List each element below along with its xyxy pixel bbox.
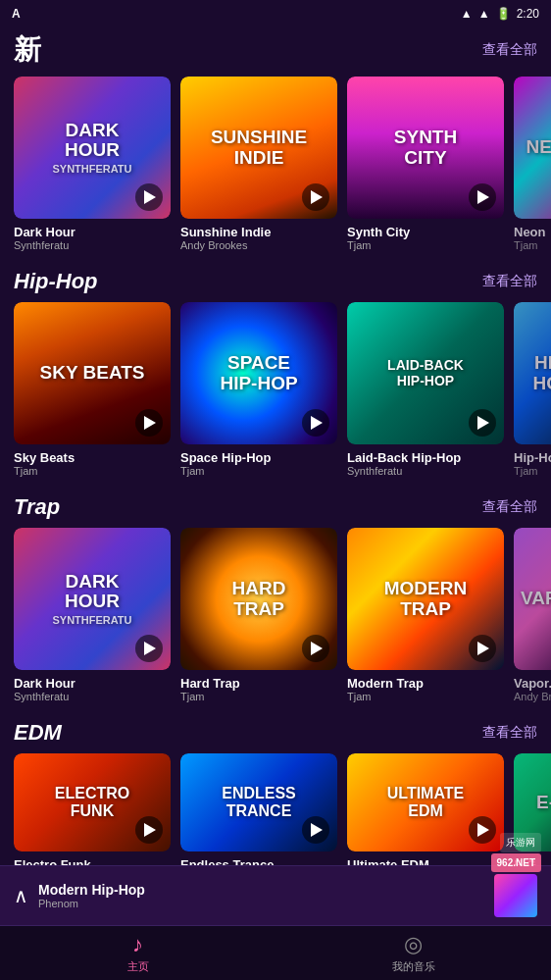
play-icon <box>477 190 489 204</box>
card-title: Dark Hour <box>14 225 171 239</box>
card-dark-hour-new[interactable]: DARKHOUR synthferatu Dark Hour Synthfera… <box>14 77 171 251</box>
section-hiphop: Hip-Hop 查看全部 SKY BEATS Sky Beats Tjam <box>0 261 551 477</box>
art-label: MODERNTRAP <box>384 579 467 620</box>
hiphop-view-all[interactable]: 查看全部 <box>482 273 537 290</box>
card-artist: Synthferatu <box>347 465 504 477</box>
play-button-dark-hour-new[interactable] <box>135 183 163 211</box>
now-playing-left: ∧ Modern Hip-Hop Phenom <box>14 882 145 909</box>
card-neon[interactable]: NEON Neon Tjam <box>514 77 551 251</box>
card-hiphop-4[interactable]: HIP-HOP Hip-Ho... Tjam <box>514 302 551 477</box>
wifi-icon: ▲ <box>461 7 473 21</box>
play-button-space-hiphop[interactable] <box>302 409 329 437</box>
play-button-ultimate-edm[interactable] <box>469 816 496 844</box>
art-label: NEON <box>526 137 551 158</box>
play-icon <box>477 642 489 655</box>
now-playing-bar[interactable]: ∧ Modern Hip-Hop Phenom <box>0 865 551 925</box>
art-label: DARKHOUR <box>65 572 120 613</box>
card-artist: Tjam <box>514 465 551 477</box>
card-modern-trap[interactable]: MODERNTRAP Modern Trap Tjam <box>347 528 504 702</box>
section-trap: Trap 查看全部 DARKHOUR synthferatu Dark Hou <box>0 487 551 702</box>
trap-cards-row: DARKHOUR synthferatu Dark Hour Synthfera… <box>0 528 551 702</box>
play-button-laidback-hiphop[interactable] <box>469 409 496 437</box>
watermark: 962.NET <box>491 853 541 872</box>
trap-title: Trap <box>14 494 60 520</box>
now-playing-artist: Phenom <box>38 898 145 909</box>
play-button-modern-trap[interactable] <box>469 635 496 662</box>
play-button-dark-hour-trap[interactable] <box>135 635 163 662</box>
my-music-icon: ◎ <box>404 932 423 957</box>
art-label: SUNSHINEINDIE <box>211 128 307 169</box>
card-artwork-vapor: VAPOR <box>514 528 551 670</box>
card-title: Vapor... <box>514 676 551 691</box>
play-button-sky-beats[interactable] <box>135 409 163 437</box>
card-sky-beats[interactable]: SKY BEATS Sky Beats Tjam <box>14 302 171 477</box>
page-title: 新 <box>14 31 41 69</box>
play-icon <box>144 190 156 204</box>
watermark2: 乐游网 <box>500 833 541 852</box>
nav-my-music-label: 我的音乐 <box>392 959 435 974</box>
art-sublabel: synthferatu <box>52 163 131 175</box>
hiphop-cards-row: SKY BEATS Sky Beats Tjam SPACEHIP-HOP <box>0 302 551 477</box>
nav-my-music[interactable]: ◎ 我的音乐 <box>276 926 551 980</box>
play-icon <box>311 416 323 430</box>
status-right: ▲ ▲ 🔋 2:20 <box>461 7 539 21</box>
card-artist: Synthferatu <box>14 691 171 702</box>
play-icon <box>144 642 156 655</box>
hiphop-title: Hip-Hop <box>14 269 98 294</box>
play-icon <box>144 823 156 837</box>
trap-section-header: Trap 查看全部 <box>0 487 551 528</box>
art-label: HARDTRAP <box>232 579 286 620</box>
play-button-synth-city[interactable] <box>469 183 496 211</box>
status-bar: A ▲ ▲ 🔋 2:20 <box>0 0 551 27</box>
status-app-icon: A <box>12 7 21 21</box>
new-cards-row: DARKHOUR synthferatu Dark Hour Synthfera… <box>0 77 551 251</box>
edm-section-header: EDM 查看全部 <box>0 712 551 753</box>
nav-home[interactable]: ♪ 主页 <box>0 926 276 980</box>
section-edm: EDM 查看全部 ELECTROFUNK Electro Funk Tjam <box>0 712 551 884</box>
play-icon <box>311 642 323 655</box>
card-laidback-hiphop[interactable]: LAID-BACKHIP-HOP Laid-Back Hip-Hop Synth… <box>347 302 504 477</box>
main-content: A ▲ ▲ 🔋 2:20 新 查看全部 DARKHOUR synthferatu <box>0 0 551 980</box>
card-artist: Tjam <box>514 239 551 251</box>
now-playing-title: Modern Hip-Hop <box>38 882 145 898</box>
play-icon <box>477 416 489 430</box>
hiphop-section-header: Hip-Hop 查看全部 <box>0 261 551 302</box>
card-title: Space Hip-Hop <box>180 450 337 465</box>
card-artist: Andy Brookes <box>180 239 337 251</box>
card-hard-trap[interactable]: HARDTRAP Hard Trap Tjam <box>180 528 337 702</box>
bottom-nav: ♪ 主页 ◎ 我的音乐 <box>0 925 551 980</box>
card-artist: Tjam <box>347 239 504 251</box>
art-label: ULTIMATEEDM <box>387 785 465 819</box>
card-sunshine-indie[interactable]: SUNSHINEINDIE Sunshine Indie Andy Brooke… <box>180 77 337 251</box>
card-space-hiphop[interactable]: SPACEHIP-HOP Space Hip-Hop Tjam <box>180 302 337 477</box>
new-view-all[interactable]: 查看全部 <box>482 41 537 59</box>
card-title: Neon <box>514 225 551 239</box>
trap-view-all[interactable]: 查看全部 <box>482 498 537 516</box>
card-artwork-neon: NEON <box>514 77 551 219</box>
card-dark-hour-trap[interactable]: DARKHOUR synthferatu Dark Hour Synthfera… <box>14 528 171 702</box>
card-title: Sunshine Indie <box>180 225 337 239</box>
play-button-electro-funk[interactable] <box>135 816 163 844</box>
play-icon <box>311 190 323 204</box>
play-button-sunshine-indie[interactable] <box>302 183 329 211</box>
collapse-chevron[interactable]: ∧ <box>14 884 28 907</box>
art-label: SYNTHCITY <box>394 128 457 169</box>
page-header: 新 查看全部 <box>0 27 551 77</box>
card-artist: Tjam <box>180 691 337 702</box>
card-vapor[interactable]: VAPOR Vapor... Andy Br... <box>514 528 551 702</box>
card-artist: Tjam <box>14 465 171 477</box>
edm-view-all[interactable]: 查看全部 <box>482 724 537 742</box>
play-button-endless-trance[interactable] <box>302 816 329 844</box>
play-icon <box>144 416 156 430</box>
card-title: Laid-Back Hip-Hop <box>347 450 504 465</box>
battery-icon: 🔋 <box>496 7 511 21</box>
play-button-hard-trap[interactable] <box>302 635 329 662</box>
card-synth-city[interactable]: SYNTHCITY Synth City Tjam <box>347 77 504 251</box>
art-label: SKY BEATS <box>40 363 145 384</box>
edm-title: EDM <box>14 720 62 746</box>
art-label: SPACEHIP-HOP <box>220 353 297 394</box>
art-sublabel: synthferatu <box>52 614 131 626</box>
nav-home-label: 主页 <box>127 959 149 974</box>
art-label: E-G <box>536 793 551 813</box>
play-icon <box>477 823 489 837</box>
